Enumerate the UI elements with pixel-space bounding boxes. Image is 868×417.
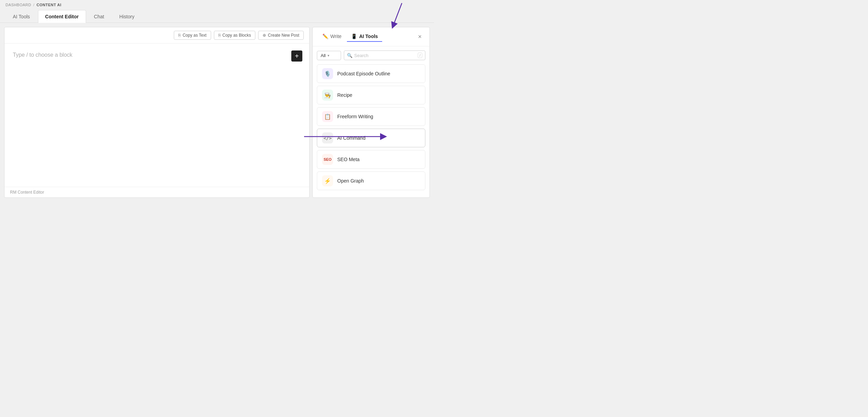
copy-as-text-button[interactable]: ⎘ Copy as Text xyxy=(174,31,211,40)
copy-as-blocks-button[interactable]: ⎘ Copy as Blocks xyxy=(214,31,256,40)
tabs-bar: AI Tools Content Editor Chat History xyxy=(0,10,434,23)
breadcrumb-current: CONTENT AI xyxy=(37,3,62,7)
seo-meta-icon: SEO xyxy=(322,154,333,165)
tool-item-open-graph[interactable]: ⚡ Open Graph xyxy=(317,172,425,190)
tool-label-seo-meta: SEO Meta xyxy=(337,157,360,162)
freeform-icon: 📋 xyxy=(322,111,333,122)
create-new-post-button[interactable]: ⊕ Create New Post xyxy=(258,31,304,40)
chevron-down-icon: ▾ xyxy=(328,54,329,57)
tab-history[interactable]: History xyxy=(112,10,142,23)
filter-select[interactable]: All ▾ xyxy=(317,51,341,60)
breadcrumb: DASHBOARD / CONTENT AI xyxy=(0,0,434,10)
panel-tab-ai-tools[interactable]: 📱 AI Tools xyxy=(347,31,382,42)
tool-item-podcast[interactable]: 🎙️ Podcast Episode Outline xyxy=(317,64,425,83)
search-shortcut-hint: / xyxy=(418,53,422,58)
tool-label-freeform: Freeform Writing xyxy=(337,114,373,119)
right-panel: ✏️ Write 📱 AI Tools × All ▾ xyxy=(312,27,430,198)
search-input[interactable] xyxy=(354,53,416,58)
create-post-icon: ⊕ xyxy=(263,33,266,38)
tab-content-editor[interactable]: Content Editor xyxy=(38,10,86,23)
tool-label-recipe: Recipe xyxy=(337,92,352,98)
main-content: ⎘ Copy as Text ⎘ Copy as Blocks ⊕ Create… xyxy=(0,23,434,202)
editor-body[interactable]: Type / to choose a block + xyxy=(4,44,309,187)
ai-command-icon: </> xyxy=(322,132,333,143)
editor-placeholder: Type / to choose a block xyxy=(13,52,73,58)
tab-chat[interactable]: Chat xyxy=(87,10,112,23)
tool-item-freeform[interactable]: 📋 Freeform Writing xyxy=(317,107,425,126)
editor-footer: RM Content Editor xyxy=(4,187,309,197)
tool-label-ai-command: AI Command xyxy=(337,135,366,141)
tool-item-recipe[interactable]: 👨‍🍳 Recipe xyxy=(317,86,425,104)
filter-row: All ▾ 🔍 / xyxy=(317,50,425,60)
copy-text-icon: ⎘ xyxy=(178,33,181,38)
recipe-icon: 👨‍🍳 xyxy=(322,90,333,101)
breadcrumb-dashboard[interactable]: DASHBOARD xyxy=(6,3,31,7)
write-icon: ✏️ xyxy=(322,34,328,39)
close-button[interactable]: × xyxy=(416,33,424,41)
right-panel-header: ✏️ Write 📱 AI Tools × xyxy=(313,27,430,46)
copy-blocks-icon: ⎘ xyxy=(218,33,221,38)
tool-item-seo-meta[interactable]: SEO SEO Meta xyxy=(317,150,425,169)
tool-label-open-graph: Open Graph xyxy=(337,178,364,184)
breadcrumb-separator: / xyxy=(33,3,35,7)
open-graph-icon: ⚡ xyxy=(322,175,333,186)
ai-tools-icon: 📱 xyxy=(351,34,357,39)
search-box[interactable]: 🔍 / xyxy=(344,50,425,60)
panel-tab-write[interactable]: ✏️ Write xyxy=(318,31,346,42)
right-panel-body: All ▾ 🔍 / 🎙️ Podcast Episode Outline xyxy=(313,46,430,197)
podcast-icon: 🎙️ xyxy=(322,68,333,79)
tool-label-podcast: Podcast Episode Outline xyxy=(337,71,390,76)
editor-toolbar: ⎘ Copy as Text ⎘ Copy as Blocks ⊕ Create… xyxy=(4,27,309,44)
tool-item-ai-command[interactable]: </> AI Command xyxy=(317,129,425,147)
tab-ai-tools[interactable]: AI Tools xyxy=(6,10,37,23)
add-block-button[interactable]: + xyxy=(291,50,302,62)
filter-select-label: All xyxy=(321,53,326,58)
editor-panel: ⎘ Copy as Text ⎘ Copy as Blocks ⊕ Create… xyxy=(4,27,310,198)
search-icon: 🔍 xyxy=(347,53,352,58)
